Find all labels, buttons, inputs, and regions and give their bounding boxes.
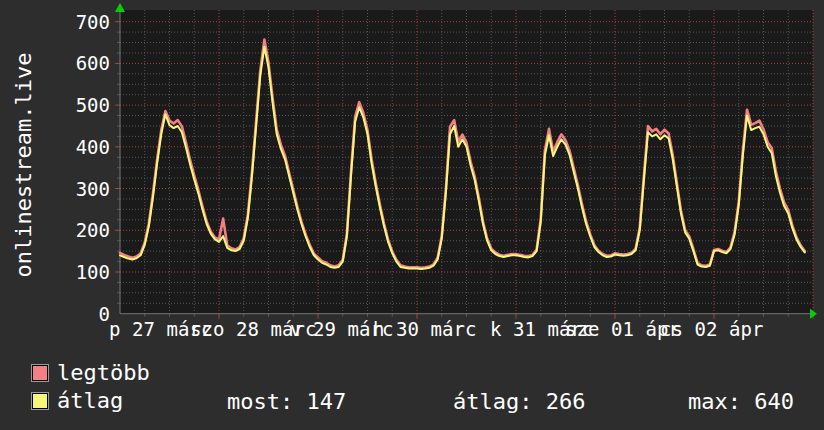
y-tick-label-0: 0 xyxy=(0,303,110,325)
y-tick-label-500: 500 xyxy=(0,94,110,116)
left-axis-title: onlinestream.live xyxy=(12,45,36,285)
chart-svg xyxy=(115,2,819,319)
y-tick-label-200: 200 xyxy=(0,219,110,241)
y-tick-label-700: 700 xyxy=(0,11,110,33)
legend-label-legtobb: legtöbb xyxy=(57,362,150,384)
legend-swatch-legtobb xyxy=(31,364,49,382)
series-line-atlag xyxy=(120,47,805,269)
y-tick-label-600: 600 xyxy=(0,52,110,74)
legend-swatch-atlag xyxy=(31,392,49,410)
x-tick-label-6: cs 02 ápr xyxy=(660,317,764,341)
stat-most: most: 147 xyxy=(227,391,346,413)
legend-label-atlag: átlag xyxy=(57,390,123,412)
stat-atlag: átlag: 266 xyxy=(453,391,585,413)
stat-max: max: 640 xyxy=(688,391,794,413)
x-tick-label-3: h 30 márc xyxy=(373,317,477,341)
y-axis-arrow-icon xyxy=(115,3,125,12)
y-tick-label-300: 300 xyxy=(0,178,110,200)
y-tick-label-400: 400 xyxy=(0,136,110,158)
y-tick-label-100: 100 xyxy=(0,261,110,283)
